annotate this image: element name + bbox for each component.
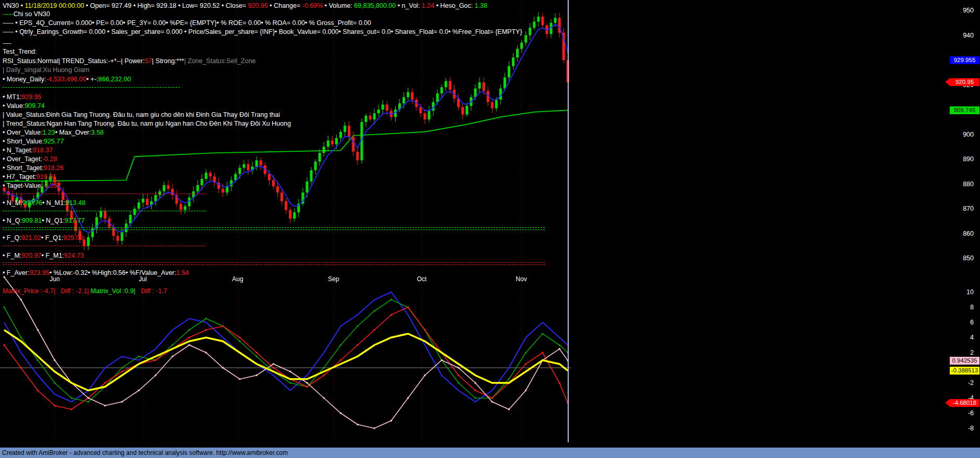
candle-body [495,100,498,109]
candle-body [163,185,165,191]
y-axis-tick-label: 950 [941,7,974,14]
matrix-red-marker [4,344,5,346]
candle-body [440,87,443,93]
matrix-red-marker [273,367,274,369]
candle-body [428,111,431,119]
matrix-green-marker [340,344,341,346]
candle-body [179,204,182,210]
info-text-segment: • N_M: [3,199,22,207]
matrix-green-marker [54,382,55,384]
info-text-segment: 918.26 [44,164,64,172]
y-axis-tick-label: -8 [941,425,974,432]
x-axis-month-label: Nov [516,275,526,283]
matrix-red-marker [340,359,341,361]
matrix-pink-marker [508,408,510,410]
info-text-segment: ----- • EPS_4Q_Current= 0.000• PE= 0.00•… [3,19,371,27]
last-value-flag: 920.95 [950,78,979,86]
candle-body [482,82,485,91]
matrix-pink-marker [138,390,140,391]
matrix-red-marker [390,314,392,316]
candle-body [524,35,527,43]
y-axis-tick-label: 940 [941,32,974,39]
info-text-segment: 923.95 [29,269,49,276]
info-text-segment: Test_Trend: [3,48,37,55]
candle-body [554,18,557,23]
matrix-pink-marker [289,371,291,372]
info-line: • H7_Taget:919.91 [3,173,56,181]
y-axis-tick-label: 6 [941,319,974,326]
matrix-pink-marker [104,405,106,406]
info-text-segment: 919.91 [36,173,56,180]
info-line: Test_Trend: [3,48,37,56]
matrix-green-marker [189,329,190,331]
chart-cursor-line [568,0,569,442]
candle-body [276,186,279,192]
candle-body [226,186,228,192]
candle-body [339,132,342,138]
matrix-green-marker [172,344,173,346]
matrix-red-marker [256,352,258,354]
candle-body [310,170,313,181]
matrix-pink-marker [222,367,224,369]
candle-body [529,28,531,35]
candle-body [133,209,136,215]
info-text-segment: 57 [145,57,152,65]
info-text-segment: | Zone_Status:Sell_Zone [184,57,255,65]
info-line: -----Chi so VN30 [3,10,50,18]
y-axis-tick-label: 8 [941,304,974,311]
candle-body [120,232,123,241]
candle-body [272,180,275,186]
info-text-segment: | Trend_Status:Ngan Han Tang Truong. Đâu… [3,120,291,127]
info-text-segment: • Value: [3,102,24,110]
y-axis-tick-label: 900 [941,131,974,138]
candle-body [146,199,149,205]
candle-body [238,168,241,174]
separator-line [3,194,206,194]
info-text-segment: 918.37 [33,147,53,154]
info-text-segment: • Volume: [323,2,354,9]
matrix-green-marker [239,341,240,342]
info-text-segment: -0.69% [302,2,323,9]
matrix-red-marker [222,326,224,327]
matrix-pink-marker [323,397,325,399]
candle-body [373,113,376,119]
matrix-red-marker [189,337,190,339]
info-text-segment: 921.02 [21,234,41,242]
matrix-yellow-line [4,330,568,391]
matrix-red-marker [54,405,55,406]
info-line: • Over_Value:1.23• Max_Over:3.58 [3,129,104,137]
candle-body [344,126,346,132]
candle-body [247,164,250,171]
x-axis-month-label: Sep [328,275,339,283]
info-text-segment: 909.76 [22,199,42,207]
matrix-green-marker [525,352,526,354]
info-text-segment: Chi so VN30 [14,10,50,18]
info-text-segment: • N_Taget: [3,147,33,154]
info-text-segment: • Open= 927.49 • High= 929.18 • Low= 920… [84,2,248,9]
matrix-green-marker [374,310,375,312]
candle-body [369,116,372,119]
info-line: • F_Aver:923.95• %Low:-0.32• %High:0.56•… [3,269,189,277]
info-text-segment: • Over_Taget: [3,155,42,163]
info-text-segment: • %Low:-0.32• %High:0.56• %F/Value_Aver: [50,269,176,276]
info-text-segment: • Money_Daily: [3,76,46,83]
candle-body [461,107,464,114]
matrix-green-marker [390,299,392,300]
info-line: • MT1:929.95 [3,93,42,101]
info-text-segment: 3.58 [91,129,104,136]
candle-body [533,21,535,28]
matrix-red-marker [121,371,123,372]
matrix-pink-marker [172,356,173,357]
info-line: ----- • Qtrly_Earings_Growth= 0.000 • Sa… [3,28,522,36]
info-line: • N_M:909.76• N_M1:913.48 [3,199,85,207]
flag-arrow-icon [945,399,950,406]
candle-body [386,105,388,111]
info-line: • N_Q:909.81• N_Q1:917.77 [3,217,84,225]
matrix-pink-marker [474,382,476,384]
candle-body [356,152,359,161]
matrix-green-marker [289,382,291,384]
info-line: | Value_Status:Đinh Gia Tang Truong. Đâu… [3,111,280,119]
info-text-segment: 1.54 [176,269,189,276]
info-text-segment: -3.25 [43,182,58,189]
info-text-segment: 866,232.00 [99,76,131,83]
